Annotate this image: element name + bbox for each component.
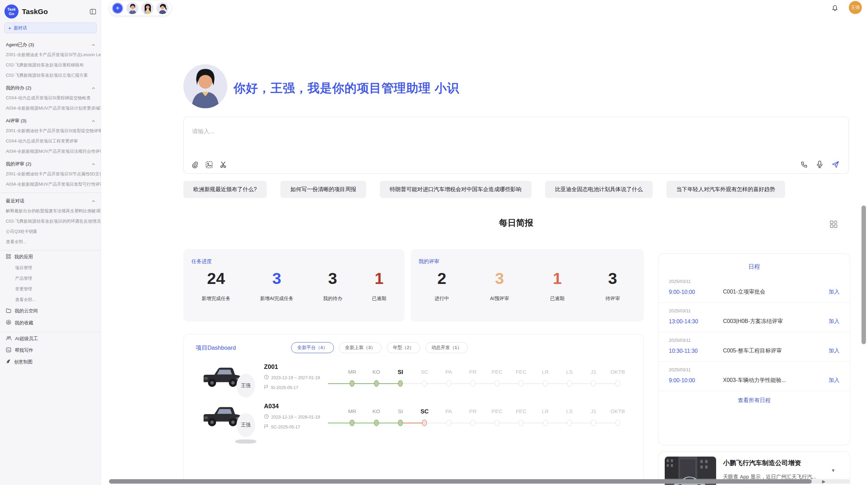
new-chat-button[interactable]: + 新对话 (4, 23, 97, 33)
stat-value: 3 (490, 270, 509, 287)
milestone-dot (615, 380, 620, 387)
my-apps-header[interactable]: 我的应用 (0, 251, 101, 263)
link-label: 我的云空间 (15, 308, 38, 314)
add-agent-button[interactable]: + (112, 2, 123, 14)
sidebar-item[interactable]: Z001-全新燃油皮卡产品开发项目SI节点Lesson Learn报告 (0, 50, 101, 60)
sidebar-item[interactable]: A034-全新新能源MUV产品开发项目法规符合性评审 (0, 146, 101, 157)
suggestion-chip[interactable]: 当下年轻人对汽车外观有怎样的喜好趋势 (666, 181, 785, 198)
creative-drawing-link[interactable]: 创意制图 (0, 356, 101, 368)
sidebar-header: Task Go TaskGo (0, 0, 101, 22)
project-dates: 2023-12-19 ~ 2027-01-19 (264, 375, 339, 381)
sidebar-section-header[interactable]: 我的评审 (2) (0, 157, 101, 169)
ai-super-staff-link[interactable]: AI超级员工 (0, 333, 101, 345)
sidebar-item[interactable]: C02-飞腾新能源轻客改款项目立项汇报方案 (0, 70, 101, 80)
send-icon[interactable] (831, 160, 840, 169)
schedule-row: 9:00-10:00C001-立项审批会加入 (669, 288, 840, 296)
sidebar-section-header[interactable]: 我的待办 (2) (0, 80, 101, 93)
app-item[interactable]: 产品管理 (0, 273, 101, 284)
notification-bell-icon[interactable] (831, 4, 839, 13)
recent-section-header[interactable]: 最近对话 (0, 194, 101, 206)
app-item[interactable]: 项目管理 (0, 263, 101, 273)
milestone-dot (519, 420, 523, 426)
logo-line2: Go (9, 12, 14, 16)
milestone-timeline: MRKOSISCPAPRPECFECLRLSJ1OKTB (340, 408, 630, 426)
agent-avatar[interactable] (156, 2, 169, 14)
view-all-schedule-link[interactable]: 查看所有日程 (659, 397, 850, 404)
link-label: 我的收藏 (15, 320, 33, 326)
filter-pill[interactable]: 全新上装（3） (339, 342, 382, 353)
horizontal-scrollbar-thumb[interactable] (109, 479, 812, 484)
horizontal-scrollbar-track[interactable] (109, 479, 850, 484)
filter-pill[interactable]: 全新平台（4） (291, 342, 334, 353)
project-row[interactable]: 王强A0342023-12-19 ~ 2026-01-19SC-2025-05-… (184, 393, 643, 432)
filter-pill[interactable]: 年型（2） (387, 342, 420, 353)
agent-avatar[interactable] (126, 2, 138, 14)
join-button[interactable]: 加入 (829, 318, 840, 325)
vertical-scrollbar-thumb[interactable] (861, 206, 866, 344)
scissors-icon[interactable] (220, 161, 227, 169)
help-me-write-link[interactable]: 帮我写作 (0, 345, 101, 356)
schedule-event-title: X003-车辆动力学性能验... (723, 377, 829, 384)
sidebar-item[interactable]: A034-全新新能源MUV产品开发项目计划变更表编写 (0, 103, 101, 113)
milestone-dot (350, 380, 354, 387)
milestone-label: MR (340, 408, 364, 417)
suggestion-chip[interactable]: 比亚迪全固态电池计划具体说了什么 (545, 181, 653, 198)
schedule-time: 10:30-11:30 (669, 348, 723, 354)
milestone-label: FEC (509, 369, 533, 378)
sidebar-item[interactable]: C02-飞腾新能源轻客改款项目里程碑画布 (0, 60, 101, 70)
milestone-label: LR (533, 369, 557, 378)
milestone-dot (350, 420, 354, 426)
sidebar-section-header[interactable]: Agent已办 (3) (0, 37, 101, 50)
phone-icon[interactable] (800, 161, 808, 168)
sidebar-item[interactable]: A034-全新新能源MUV产品开发项目造型可行性评审 (0, 179, 101, 189)
sidebar-item[interactable]: C0X4-动力总成开发项目工程变更评审 (0, 136, 101, 146)
suggestion-chip[interactable]: 欧洲新规最近颁布了什么? (183, 181, 267, 198)
join-button[interactable]: 加入 (829, 288, 840, 296)
filter-pill[interactable]: 动总开发（1） (425, 342, 468, 353)
my-favorites-link[interactable]: 我的收藏 (0, 317, 101, 329)
sidebar-item[interactable]: C0X4-动力总成开发项目SI里程碑提交物检查 (0, 93, 101, 103)
scroll-right-arrow[interactable]: ▶ (822, 479, 825, 484)
agent-avatar[interactable] (141, 2, 154, 14)
image-icon[interactable] (205, 161, 213, 169)
chat-input[interactable]: 请输入... (183, 117, 849, 174)
join-button[interactable]: 加入 (829, 347, 840, 355)
stat-value: 2 (435, 270, 449, 287)
view-all-apps-link[interactable]: 查看全部... (0, 295, 101, 305)
milestone-dot (591, 380, 596, 387)
sidebar-collapse-icon[interactable] (90, 9, 96, 14)
project-info: Z0012023-12-19 ~ 2027-01-19SI-2025-05-17 (264, 363, 339, 390)
project-flag: SI-2025-05-17 (264, 385, 339, 390)
paperclip-icon[interactable] (191, 161, 198, 169)
scroll-down-arrow[interactable]: ▼ (831, 468, 835, 473)
milestone-label: OKTB (606, 369, 630, 378)
microphone-icon[interactable] (816, 160, 823, 169)
my-cloud-space-link[interactable]: 我的云空间 (0, 305, 101, 317)
recent-conversation-item[interactable]: C02-飞腾新能源轻客改款项目的闭环通告反馈情况 (0, 216, 101, 226)
schedule-time: 13:00-14:30 (669, 319, 723, 325)
sidebar-item[interactable]: Z001-全新燃油轻卡产品开发项目SI造型提交物评审 (0, 126, 101, 136)
sidebar-section-header[interactable]: AI评审 (3) (0, 113, 101, 126)
agent-avatar-bar: + (109, 1, 171, 16)
app-item[interactable]: 变更管理 (0, 284, 101, 295)
milestone-dot (422, 420, 427, 426)
recent-conversation-item[interactable]: 解释最新出台的欧盟报废车法规再生塑料比例被调至15%... (0, 206, 101, 216)
pen-icon (6, 359, 11, 365)
suggestion-chip[interactable]: 如何写一份清晰的项目周报 (280, 181, 366, 198)
recent-conversation-item[interactable]: 公司Q3轻卡销量 (0, 226, 101, 237)
stat-label: 新增AI完成任务 (260, 296, 293, 302)
layout-grid-icon[interactable] (829, 220, 838, 230)
suggestion-chip[interactable]: 特朗普可能对进口汽车增税会对中国车企造成哪些影响 (380, 181, 531, 198)
sidebar-item[interactable]: Z001-全新燃油轻卡产品开发项目SI节点属性5D文件评审 (0, 169, 101, 179)
stat-label: 待评审 (605, 296, 620, 302)
chevron-up-icon (92, 86, 95, 90)
project-vehicle-image: 王强 (202, 403, 243, 430)
view-all-recent-link[interactable]: 查看全部... (0, 237, 101, 247)
user-avatar[interactable]: 王强 (849, 1, 862, 14)
join-button[interactable]: 加入 (829, 377, 840, 384)
project-row[interactable]: 王强Z0012023-12-19 ~ 2027-01-19SI-2025-05-… (184, 353, 643, 393)
next-row-preview (235, 439, 256, 444)
milestone-dot (374, 380, 379, 387)
plus-icon: + (8, 25, 11, 31)
star-badge-icon (6, 320, 11, 326)
